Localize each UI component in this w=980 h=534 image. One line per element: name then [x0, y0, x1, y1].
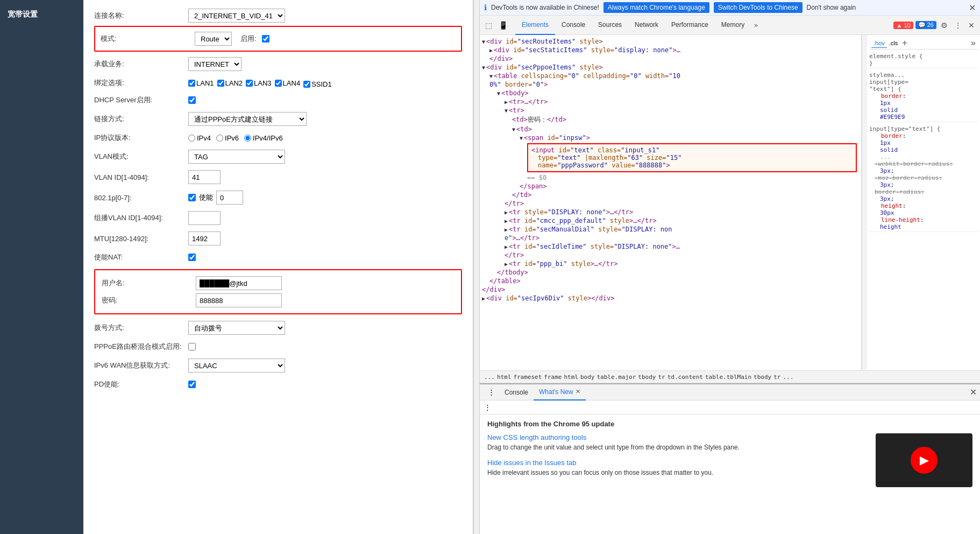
lan1-checkbox[interactable] — [188, 80, 195, 87]
html-node[interactable]: </span> — [480, 182, 861, 191]
breadcrumb-tr2[interactable]: tr — [773, 374, 780, 381]
dont-show-button[interactable]: Don't show again — [807, 4, 856, 11]
device-icon[interactable]: 📱 — [496, 19, 510, 32]
breadcrumb-table-major[interactable]: table.major — [596, 374, 636, 381]
elements-scrollbar[interactable] — [862, 35, 867, 370]
breadcrumb-table-tblMain[interactable]: table.tblMain — [705, 374, 751, 381]
youtube-play-button[interactable]: ▶ — [911, 447, 938, 474]
html-node[interactable]: ▶<div id="secStaticItems" style="display… — [480, 46, 861, 54]
html-node[interactable]: ▼<div id="secPppoeItems" style> — [480, 63, 861, 72]
elements-panel[interactable]: ▼<div id="secRouteItems" style> ▶<div id… — [480, 35, 862, 370]
html-node[interactable]: ▼<td> — [480, 125, 861, 134]
html-node[interactable]: e">…</tr> — [480, 234, 861, 242]
vlan-mode-select[interactable]: TAG — [188, 150, 285, 164]
tab-network[interactable]: Network — [628, 16, 665, 35]
breadcrumb-frameset[interactable]: frameset — [513, 374, 542, 381]
ipv6-radio[interactable] — [216, 135, 223, 142]
html-node[interactable]: </div> — [480, 285, 861, 294]
lan2-checkbox[interactable] — [217, 80, 224, 87]
html-node[interactable]: ▶<tr>…</tr> — [480, 97, 861, 106]
more-options-icon[interactable]: ⋮ — [952, 19, 964, 32]
html-node[interactable]: ▶<tr id="secIdleTime" style="DISPLAY: no… — [480, 242, 861, 251]
html-node[interactable]: ▼<tr> — [480, 106, 861, 115]
multicast-vlan-input[interactable] — [188, 211, 221, 225]
html-node[interactable]: ▶<tr id="ppp_bi" style>…</tr> — [480, 259, 861, 268]
breadcrumb-more[interactable]: ... — [783, 374, 793, 381]
html-node[interactable]: </tr> — [480, 199, 861, 208]
breadcrumb-tbody2[interactable]: tbody — [754, 374, 771, 381]
link-select[interactable]: 通过PPPoE方式建立链接 — [188, 112, 307, 126]
html-node[interactable]: ▼<span id="inpsw"> — [480, 134, 861, 142]
connection-name-select[interactable]: 2_INTERNET_B_VID_41 — [188, 9, 285, 23]
bottom-panel-close[interactable]: ✕ — [970, 387, 977, 397]
html-node[interactable]: == $0 — [480, 173, 861, 182]
html-node[interactable]: ▶<tr id="cmcc_ppp_default" style>…</tr> — [480, 216, 861, 225]
mtu-input[interactable] — [188, 231, 221, 245]
html-node[interactable]: ▶<tr id="secManualDial" style="DISPLAY: … — [480, 225, 861, 234]
tab-elements[interactable]: Elements — [515, 16, 555, 35]
styles-add-icon[interactable]: + — [902, 38, 907, 48]
dial-select[interactable]: 自动拨号 — [188, 321, 285, 335]
html-node[interactable]: ▼<tbody> — [480, 89, 861, 97]
info-bar-close[interactable]: ✕ — [969, 3, 976, 13]
close-devtools-icon[interactable]: ✕ — [966, 19, 977, 32]
breadcrumb-html2[interactable]: html — [564, 374, 578, 381]
html-node[interactable]: ▼<table cellspacing="0" cellpadding="0" … — [480, 72, 861, 80]
tab-sources[interactable]: Sources — [592, 16, 628, 35]
breadcrumb-tbody[interactable]: tbody — [638, 374, 656, 381]
breadcrumb-html[interactable]: html — [497, 374, 512, 381]
breadcrumb-td-content[interactable]: td.content — [667, 374, 703, 381]
styles-cls-tab[interactable]: .cls — [887, 39, 900, 47]
html-node[interactable]: ▶<div id="secIpv6Div" style></div> — [480, 294, 861, 303]
more-tabs-button[interactable]: » — [751, 22, 761, 29]
qos-input[interactable] — [216, 191, 243, 205]
nat-checkbox[interactable] — [188, 254, 196, 261]
html-node[interactable]: ▶<tr style="DISPLAY: none">…</tr> — [480, 208, 861, 216]
username-input[interactable] — [196, 276, 282, 290]
match-language-button[interactable]: Always match Chrome's language — [603, 2, 709, 13]
tab-performance[interactable]: Performance — [665, 16, 715, 35]
tab-whats-new[interactable]: What's New ✕ — [534, 384, 586, 400]
tab-memory[interactable]: Memory — [715, 16, 751, 35]
mode-select[interactable]: Route — [195, 32, 232, 46]
lan3-checkbox[interactable] — [246, 80, 253, 87]
styles-hov-tab[interactable]: :hov — [871, 39, 887, 48]
html-node[interactable]: </table> — [480, 277, 861, 285]
tab-console-bottom[interactable]: Console — [499, 384, 534, 400]
pppoe-mix-checkbox[interactable] — [188, 343, 196, 350]
html-node[interactable]: </td> — [480, 191, 861, 199]
qos-enable-checkbox[interactable] — [188, 194, 196, 201]
form-scrollbar[interactable] — [473, 0, 480, 534]
html-node[interactable]: 0%" border="0"> — [480, 80, 861, 89]
switch-devtools-button[interactable]: Switch DevTools to Chinese — [714, 2, 803, 13]
html-node[interactable]: <td>密码：</td> — [480, 115, 861, 125]
settings-icon[interactable]: ⚙ — [939, 19, 950, 32]
html-node[interactable]: </div> — [480, 54, 861, 63]
bottom-menu-icon[interactable]: ⋮ — [483, 388, 499, 396]
whats-new-card-2-title[interactable]: Hide issues in the Issues tab — [487, 459, 867, 467]
ipv6wan-select[interactable]: SLAAC — [188, 359, 285, 373]
html-node[interactable]: ▼<div id="secRouteItems" style> — [480, 37, 861, 46]
whats-new-video-thumb[interactable]: ▶ — [876, 433, 972, 487]
html-node[interactable]: </tr> — [480, 251, 861, 259]
lan4-checkbox[interactable] — [275, 80, 282, 87]
vlan-id-input[interactable] — [188, 170, 221, 184]
ipv4-radio[interactable] — [188, 135, 195, 142]
breadcrumb-frame[interactable]: frame — [544, 374, 562, 381]
dhcp-checkbox[interactable] — [188, 96, 196, 104]
ssid1-checkbox[interactable] — [303, 81, 310, 88]
pd-checkbox[interactable] — [188, 381, 196, 388]
whats-new-close[interactable]: ✕ — [576, 388, 580, 395]
breadcrumb-tr[interactable]: tr — [658, 374, 665, 381]
styles-more-icon[interactable]: » — [971, 38, 976, 48]
password-input[interactable] — [196, 293, 282, 307]
whats-new-card-1-title[interactable]: New CSS length authoring tools — [487, 433, 867, 441]
service-select[interactable]: INTERNET — [188, 57, 242, 71]
breadcrumb-dots[interactable]: ... — [484, 374, 495, 381]
tab-console[interactable]: Console — [555, 16, 592, 35]
html-node[interactable]: </tbody> — [480, 268, 861, 277]
breadcrumb-body[interactable]: body — [580, 374, 595, 381]
ipv4v6-radio[interactable] — [244, 135, 251, 142]
enable-checkbox[interactable] — [262, 35, 269, 43]
cursor-icon[interactable]: ⬚ — [483, 19, 494, 32]
